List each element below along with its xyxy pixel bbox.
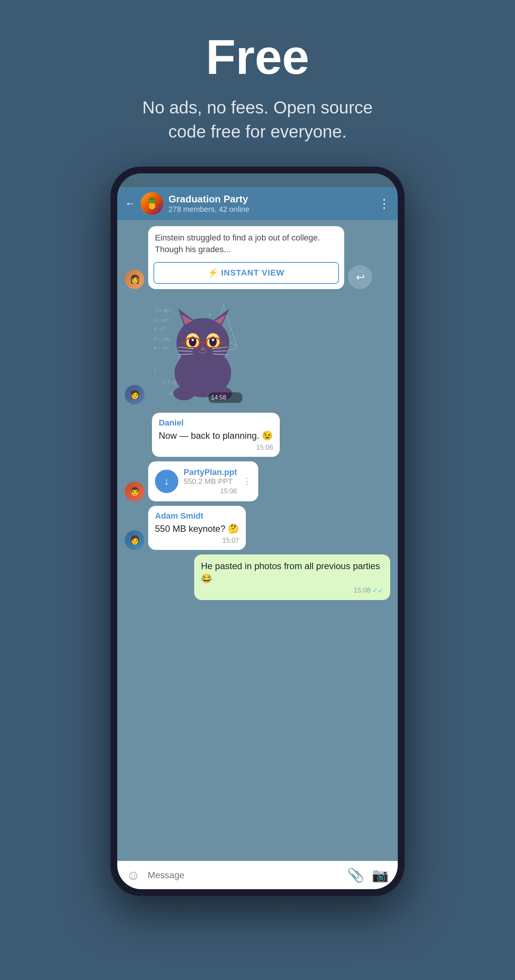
svg-point-39 [174, 387, 195, 400]
file-message-row: 👨 ↓ PartyPlan.ppt 550.2 MB PPT 15:06 ⋮ [125, 461, 390, 501]
group-avatar: 🍍 [140, 192, 163, 215]
file-download-button[interactable]: ↓ [155, 469, 178, 493]
adam-bubble: Adam Smidt 550 MB keynote? 🤔 15:07 [148, 506, 246, 550]
message-input[interactable] [148, 870, 340, 880]
status-bar [117, 173, 398, 187]
instant-view-button[interactable]: ⚡ INSTANT VIEW [153, 262, 339, 284]
sent-bubble: He pasted in photos from all previous pa… [194, 554, 390, 600]
svg-text:L: L [154, 366, 156, 372]
daniel-text: Now — back to planning. 😉 [159, 429, 273, 442]
msg2-avatar: 🧑 [125, 385, 144, 404]
camera-button[interactable]: 📷 [372, 867, 389, 883]
daniel-bubble: Daniel Now — back to planning. 😉 15:06 [152, 413, 280, 457]
file-time: 15:06 [183, 487, 237, 495]
phone-wrapper: ← 🍍 Graduation Party 278 members, 42 onl… [110, 167, 405, 896]
sticker-container: t = πr² A = πr² V = l³ P = 2πr A = πr² θ… [148, 298, 254, 404]
svg-text:θ: θ [209, 312, 211, 317]
daniel-message-row: Daniel Now — back to planning. 😉 15:06 [125, 413, 390, 457]
svg-line-37 [213, 351, 227, 351]
share-button[interactable]: ↩ [348, 265, 372, 289]
lightning-icon: ⚡ [208, 268, 218, 278]
adam-text: 550 MB keynote? 🤔 [155, 522, 239, 535]
daniel-time: 15:06 [159, 444, 273, 452]
adam-name: Adam Smidt [155, 511, 239, 521]
phone-inner: ← 🍍 Graduation Party 278 members, 42 onl… [117, 173, 398, 889]
group-name: Graduation Party [169, 193, 373, 205]
svg-text:A = πr²: A = πr² [153, 345, 169, 350]
input-bar: ☺ 📎 📷 [117, 861, 398, 889]
daniel-name: Daniel [159, 418, 273, 428]
sent-time-row: 15:08 ✓✓ [201, 587, 383, 595]
members-info: 278 members, 42 online [169, 205, 373, 214]
file-menu-button[interactable]: ⋮ [242, 476, 252, 487]
file-bubble: ↓ PartyPlan.ppt 550.2 MB PPT 15:06 ⋮ [148, 461, 258, 501]
svg-text:P = 2πr: P = 2πr [154, 336, 171, 342]
instant-view-bubble: Einstein struggled to find a job out of … [148, 226, 344, 290]
msg1-avatar: 👩 [125, 269, 144, 289]
chat-header: ← 🍍 Graduation Party 278 members, 42 onl… [117, 187, 398, 220]
adam-time: 15:07 [155, 537, 239, 545]
chat-body: 👩 Einstein struggled to find a job out o… [117, 220, 398, 861]
iv-button-label: INSTANT VIEW [221, 268, 284, 278]
svg-point-26 [212, 339, 214, 341]
instant-view-message-row: 👩 Einstein struggled to find a job out o… [125, 226, 390, 290]
chat-menu-button[interactable]: ⋮ [378, 196, 390, 211]
iv-article-text: Einstein struggled to find a job out of … [148, 226, 344, 259]
hero-subtitle: No ads, no fees. Open source code free f… [126, 95, 389, 144]
sticker-message-row: 🧑 t = πr² A = πr² V = l³ P = 2πr A = πr²… [125, 294, 390, 408]
svg-text:V = l³: V = l³ [154, 326, 166, 332]
sent-time: 15:08 [354, 587, 371, 594]
emoji-button[interactable]: ☺ [126, 867, 140, 883]
cat-sticker: t = πr² A = πr² V = l³ P = 2πr A = πr² θ… [148, 298, 254, 403]
svg-text:14:58: 14:58 [211, 394, 226, 401]
svg-text:A = πr²: A = πr² [153, 317, 169, 323]
sent-text: He pasted in photos from all previous pa… [201, 560, 383, 585]
back-button[interactable]: ← [125, 197, 136, 210]
msg4-avatar: 👨 [125, 482, 144, 501]
phone-outer: ← 🍍 Graduation Party 278 members, 42 onl… [110, 167, 405, 896]
hero-title: Free [126, 30, 389, 84]
adam-message-row: 🧑 Adam Smidt 550 MB keynote? 🤔 15:07 [125, 506, 390, 550]
file-info: PartyPlan.ppt 550.2 MB PPT 15:06 [183, 468, 237, 495]
svg-text:t = πr²: t = πr² [156, 307, 171, 313]
file-name: PartyPlan.ppt [183, 468, 237, 477]
svg-line-34 [178, 351, 193, 351]
double-check-icon: ✓✓ [372, 587, 383, 595]
sent-message-row: He pasted in photos from all previous pa… [125, 554, 390, 600]
chat-info: Graduation Party 278 members, 42 online [169, 193, 373, 214]
file-size: 550.2 MB PPT [183, 477, 237, 486]
msg5-avatar: 🧑 [125, 530, 144, 550]
attach-button[interactable]: 📎 [347, 867, 364, 883]
svg-point-25 [191, 339, 194, 341]
hero-section: Free No ads, no fees. Open source code f… [110, 0, 405, 167]
